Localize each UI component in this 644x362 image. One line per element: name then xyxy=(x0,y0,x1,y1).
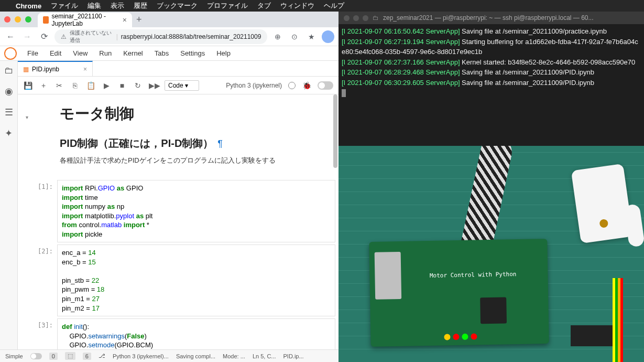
code-input[interactable]: def init(): GPIO.setwarnings(False) GPIO… xyxy=(57,318,335,349)
terminal-body[interactable]: [I 2021-09-07 06:16:50.642 ServerApp] Sa… xyxy=(339,24,644,100)
chrome-toolbar: ← → ⟳ ⚠ 保護されていない通信 | raspberrypi.local:8… xyxy=(0,27,339,46)
usb-ports xyxy=(375,252,402,300)
maximize-window-button[interactable] xyxy=(25,16,31,23)
forward-button[interactable]: → xyxy=(21,32,34,41)
raspberry-pi-board: Motor Control with Python xyxy=(369,239,549,347)
jup-menu-file[interactable]: File xyxy=(22,48,43,59)
chrome-window: seminar_2021100 - JupyterLab × + ← → ⟳ ⚠… xyxy=(0,12,339,362)
mac-menubar: Chrome ファイル 編集 表示 履歴 ブックマーク プロファイル タブ ウィ… xyxy=(0,0,644,12)
status-sym[interactable]: ⬚ xyxy=(65,352,75,360)
code-cell[interactable]: [2]:enc_a = 14 enc_b = 15 pin_stb = 22 p… xyxy=(28,244,335,316)
code-cell[interactable]: [1]:import RPi.GPIO as GPIO import time … xyxy=(28,180,335,242)
status-count-0[interactable]: 0 xyxy=(49,353,58,360)
paragraph: 各種設計手法で求めたPIDゲインをこのプログラムに記入し実験をする xyxy=(60,156,276,165)
scrollbar[interactable] xyxy=(333,94,337,168)
chrome-tabbar: seminar_2021100 - JupyterLab × + xyxy=(0,12,339,27)
jupyter-sidebar: 🗀 ◉ ☰ ✦ xyxy=(0,61,18,349)
profile-avatar-icon[interactable] xyxy=(322,30,334,43)
code-input[interactable]: import RPi.GPIO as GPIO import time impo… xyxy=(57,180,335,242)
mac-menu-help[interactable]: ヘルプ xyxy=(324,1,344,10)
close-window-button[interactable] xyxy=(4,16,10,23)
jup-menu-view[interactable]: View xyxy=(68,48,93,59)
extension-manager-icon[interactable]: ✦ xyxy=(4,128,14,139)
servo-screw xyxy=(599,219,608,228)
mac-menu-app[interactable]: Chrome xyxy=(16,2,41,10)
minimize-window-button[interactable] xyxy=(15,16,21,23)
extensions-icon[interactable]: ★ xyxy=(305,33,318,41)
debugger-icon[interactable]: 🐞 xyxy=(302,81,311,90)
kernel-status-icon[interactable] xyxy=(288,82,296,89)
notebook-tab-close-icon[interactable]: × xyxy=(83,66,87,73)
execution-count: [1]: xyxy=(28,180,57,242)
running-terminals-icon[interactable]: ◉ xyxy=(4,86,14,97)
file-browser-icon[interactable]: 🗀 xyxy=(4,65,14,76)
zoom-icon[interactable]: ⊙ xyxy=(288,33,301,41)
table-of-contents-icon[interactable]: ☰ xyxy=(4,107,14,118)
term-maximize-button[interactable] xyxy=(363,15,368,21)
status-count-6[interactable]: 6 xyxy=(83,353,91,360)
code-input[interactable]: enc_a = 14 enc_b = 15 pin_stb = 22 pin_p… xyxy=(57,244,335,316)
kernel-name-label[interactable]: Python 3 (ipykernel) xyxy=(226,82,282,89)
jup-menu-tabs[interactable]: Tabs xyxy=(149,48,174,59)
mac-menu-view[interactable]: 表示 xyxy=(111,1,124,10)
cut-cell-icon[interactable]: ✂ xyxy=(54,81,64,90)
render-toggle[interactable] xyxy=(318,81,333,90)
jup-menu-run[interactable]: Run xyxy=(94,48,117,59)
mac-menu-profile[interactable]: プロファイル xyxy=(207,1,248,10)
jup-menu-help[interactable]: Help xyxy=(211,48,236,59)
term-close-button[interactable] xyxy=(344,15,350,21)
cell-type-select[interactable]: Code ▾ xyxy=(165,80,199,91)
paste-cell-icon[interactable]: 📋 xyxy=(86,81,95,90)
restart-run-all-icon[interactable]: ▶▶ xyxy=(149,81,158,90)
mac-menu-history[interactable]: 履歴 xyxy=(134,1,147,10)
jup-menu-kernel[interactable]: Kernel xyxy=(118,48,148,59)
jupyter-logo-icon[interactable] xyxy=(4,47,17,60)
cell-collapse-icon[interactable]: ▾ xyxy=(23,100,30,178)
translate-icon[interactable]: ⊕ xyxy=(271,33,284,41)
insecure-icon: ⚠ xyxy=(61,33,67,40)
notebook-tab[interactable]: ▦ PID.ipynb × xyxy=(18,61,93,76)
mac-menu-bookmarks[interactable]: ブックマーク xyxy=(157,1,198,10)
mac-menu-edit[interactable]: 編集 xyxy=(88,1,101,10)
tab-close-icon[interactable]: × xyxy=(123,16,127,24)
address-bar[interactable]: ⚠ 保護されていない通信 | raspberrypi.local:8888/la… xyxy=(54,29,267,44)
camera-feed: Motor Control with Python xyxy=(339,146,644,362)
mac-menu-file[interactable]: ファイル xyxy=(51,1,78,10)
back-button[interactable]: ← xyxy=(4,32,17,41)
jupyter-body: 🗀 ◉ ☰ ✦ ▦ PID.ipynb × 💾 + ✂ ⎘ xyxy=(0,61,339,349)
jupyter-favicon-icon xyxy=(43,16,49,24)
anchor-icon[interactable]: ¶ xyxy=(217,139,223,150)
stop-kernel-icon[interactable]: ■ xyxy=(117,81,127,90)
new-tab-button[interactable]: + xyxy=(136,14,142,25)
add-cell-icon[interactable]: + xyxy=(39,81,48,90)
notebook-icon: ▦ xyxy=(23,66,29,73)
markdown-cell[interactable]: モータ制御 PID制御（正確には，PI-D制御） ¶ 各種設計手法で求めたPID… xyxy=(60,100,276,172)
security-label: 保護されていない通信 xyxy=(70,29,113,44)
save-icon[interactable]: 💾 xyxy=(23,81,32,90)
jup-menu-edit[interactable]: Edit xyxy=(45,48,67,59)
mac-menu-window[interactable]: ウィンドウ xyxy=(280,1,314,10)
jupyterlab-app: File Edit View Run Kernel Tabs Settings … xyxy=(0,46,339,362)
led-icon xyxy=(444,334,450,340)
browser-tab[interactable]: seminar_2021100 - JupyterLab × xyxy=(38,13,132,27)
run-cell-icon[interactable]: ▶ xyxy=(102,81,111,90)
notebook-tabbar: ▦ PID.ipynb × xyxy=(18,61,339,77)
term-minimize-button[interactable] xyxy=(353,15,359,21)
led-row xyxy=(444,333,477,340)
code-cell[interactable]: [3]:def init(): GPIO.setwarnings(False) … xyxy=(28,318,335,349)
terminal-title: zep_seminar2021 — pi@raspberrypi: ~ — ss… xyxy=(383,14,639,22)
reload-button[interactable]: ⟳ xyxy=(38,31,50,41)
simple-mode-toggle[interactable] xyxy=(30,353,42,359)
restart-kernel-icon[interactable]: ↻ xyxy=(133,81,143,90)
copy-cell-icon[interactable]: ⎘ xyxy=(70,81,80,90)
jup-menu-settings[interactable]: Settings xyxy=(175,48,210,59)
status-save: Saving compl... xyxy=(176,353,215,359)
execution-count: [2]: xyxy=(28,244,57,316)
notebook-content[interactable]: ▾ モータ制御 PID制御（正確には，PI-D制御） ¶ 各種設計手法で求めたP… xyxy=(18,94,339,349)
status-ln[interactable]: Ln 5, C... xyxy=(253,353,276,359)
gpio-header xyxy=(571,325,613,346)
led-icon xyxy=(453,334,459,340)
status-kernel[interactable]: Python 3 (ipykernel)... xyxy=(113,353,169,359)
ic-chip xyxy=(480,297,507,324)
mac-menu-tab[interactable]: タブ xyxy=(257,1,271,10)
